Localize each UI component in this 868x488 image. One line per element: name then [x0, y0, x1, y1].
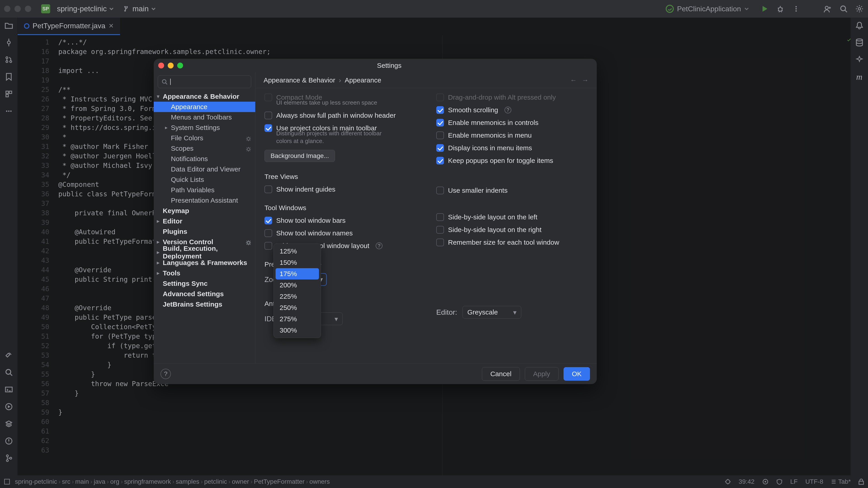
zoom-option[interactable]: 225% — [276, 291, 319, 302]
tool-window-names-checkbox[interactable]: Show tool window names — [265, 229, 416, 237]
gear-icon: ⛭ — [245, 135, 251, 141]
checkbox-label: Side-by-side layout on the right — [448, 226, 541, 234]
tool-window-bars-checkbox[interactable]: Show tool window bars — [265, 217, 416, 224]
checkbox-label: Keep popups open for toggle items — [448, 157, 553, 164]
smooth-scrolling-checkbox[interactable]: Smooth scrolling ? — [436, 106, 588, 114]
tree-item-label: Languages & Frameworks — [163, 259, 247, 267]
tree-item[interactable]: ▸Build, Execution, Deployment — [154, 247, 255, 258]
dialog-max-icon[interactable] — [177, 63, 183, 68]
settings-tree[interactable]: ▾Appearance & BehaviorAppearanceMenus an… — [154, 90, 255, 363]
remember-size-checkbox[interactable]: Remember size for each tool window — [436, 238, 588, 246]
chevron-right-icon: ▸ — [157, 270, 161, 276]
tree-item[interactable]: ▸Languages & Frameworks — [154, 258, 255, 268]
tree-item-label: Editor — [163, 217, 182, 225]
tree-item[interactable]: Data Editor and Viewer — [154, 164, 255, 174]
tree-item[interactable]: ▾Appearance & Behavior — [154, 91, 255, 102]
cancel-button[interactable]: Cancel — [482, 367, 520, 381]
dnd-checkbox[interactable]: Drag-and-drop with Alt pressed only — [436, 94, 588, 101]
apply-button[interactable]: Apply — [525, 367, 559, 381]
checkbox-label: Enable mnemonics in controls — [448, 119, 538, 127]
zoom-dropdown-popup: 125%150%175%200%225%250%275%300% — [274, 243, 321, 338]
tree-item[interactable]: Path Variables — [154, 185, 255, 195]
dialog-title: Settings — [186, 62, 592, 69]
editor-aa-label: Editor: — [436, 308, 457, 317]
settings-dialog: Settings ▾Appearance & BehaviorAppearanc… — [154, 59, 597, 384]
tree-item[interactable]: Advanced Settings — [154, 289, 255, 299]
zoom-option[interactable]: 200% — [276, 280, 319, 291]
zoom-option[interactable]: 300% — [276, 325, 319, 336]
breadcrumb-item[interactable]: Appearance & Behavior — [264, 76, 335, 84]
smaller-indents-checkbox[interactable]: Use smaller indents — [436, 187, 588, 194]
tree-item[interactable]: Presentation Assistant — [154, 195, 255, 205]
background-image-button[interactable]: Background Image... — [265, 150, 335, 162]
zoom-option[interactable]: 150% — [276, 257, 319, 268]
chevron-down-icon: ▾ — [513, 308, 517, 316]
dialog-close-icon[interactable] — [158, 63, 164, 68]
tree-item-label: Advanced Settings — [163, 290, 224, 298]
checkbox-label: Side-by-side layout on the left — [448, 213, 537, 221]
ok-button[interactable]: OK — [563, 367, 590, 381]
mnemonics-menu-checkbox[interactable]: Enable mnemonics in menu — [436, 131, 588, 139]
zoom-option[interactable]: 250% — [276, 302, 319, 313]
tree-item-label: Path Variables — [171, 186, 215, 194]
settings-search-input[interactable] — [158, 75, 251, 88]
checkbox-label: Show tool window bars — [276, 217, 346, 224]
tree-item[interactable]: Notifications — [154, 154, 255, 164]
dialog-min-icon[interactable] — [168, 63, 174, 68]
editor-aa-select[interactable]: Greyscale ▾ — [463, 306, 521, 319]
tree-item[interactable]: Quick Lists — [154, 174, 255, 185]
gear-icon: ⛭ — [245, 145, 251, 151]
tree-item[interactable]: ▸System Settings — [154, 123, 255, 133]
tree-item[interactable]: Appearance — [154, 102, 255, 112]
side-right-checkbox[interactable]: Side-by-side layout on the right — [436, 226, 588, 234]
tree-item[interactable]: Menus and Toolbars — [154, 112, 255, 123]
tree-item[interactable]: ▸Editor — [154, 216, 255, 226]
tree-item-label: JetBrains Settings — [163, 300, 222, 308]
select-value: Greyscale — [467, 308, 498, 316]
tree-item-label: Scopes — [171, 144, 193, 152]
tree-item[interactable]: Settings Sync — [154, 278, 255, 289]
tree-item[interactable]: ▸Tools — [154, 268, 255, 278]
full-path-checkbox[interactable]: Always show full path in window header — [265, 111, 416, 119]
help-icon[interactable]: ? — [376, 242, 382, 249]
settings-breadcrumb: Appearance & Behavior › Appearance ← → — [255, 72, 597, 88]
tree-item[interactable]: Keymap — [154, 205, 255, 216]
help-icon[interactable]: ? — [504, 107, 511, 113]
tree-item-label: Menus and Toolbars — [171, 113, 232, 121]
mnemonics-controls-checkbox[interactable]: Enable mnemonics in controls — [436, 119, 588, 127]
tree-item-label: Settings Sync — [163, 280, 208, 287]
nav-forward-button[interactable]: → — [582, 76, 589, 84]
popups-checkbox[interactable]: Keep popups open for toggle items — [436, 157, 588, 164]
help-button[interactable]: ? — [160, 369, 171, 379]
indent-guides-checkbox[interactable]: Show indent guides — [265, 186, 416, 193]
tree-item-label: Quick Lists — [171, 176, 204, 184]
icons-menu-checkbox[interactable]: Display icons in menu items — [436, 144, 588, 152]
tree-item[interactable]: Scopes⛭ — [154, 143, 255, 154]
zoom-option[interactable]: 275% — [276, 313, 319, 325]
tree-item-label: Keymap — [163, 207, 189, 215]
modal-backdrop: Settings ▾Appearance & BehaviorAppearanc… — [0, 0, 868, 488]
tree-item-label: Presentation Assistant — [171, 197, 238, 204]
section-tool-windows: Tool Windows — [265, 204, 416, 212]
nav-back-button[interactable]: ← — [570, 76, 577, 84]
compact-mode-checkbox[interactable]: Compact Mode — [265, 94, 416, 101]
settings-content: Appearance & Behavior › Appearance ← → C… — [255, 72, 597, 363]
checkbox-label: Show tool window names — [276, 229, 353, 237]
project-colors-hint: Distinguish projects with different tool… — [276, 130, 394, 145]
tree-item[interactable]: Plugins — [154, 226, 255, 237]
checkbox-label: Display icons in menu items — [448, 144, 532, 152]
chevron-right-icon: ▸ — [157, 239, 161, 245]
side-left-checkbox[interactable]: Side-by-side layout on the left — [436, 213, 588, 221]
dialog-footer: ? Cancel Apply OK — [154, 363, 597, 384]
chevron-right-icon: ▸ — [157, 260, 161, 266]
tree-item-label: System Settings — [171, 124, 220, 131]
tree-item-label: Notifications — [171, 155, 208, 163]
zoom-option[interactable]: 125% — [276, 246, 319, 257]
breadcrumb-item: Appearance — [345, 76, 381, 84]
tree-item[interactable]: JetBrains Settings — [154, 299, 255, 310]
tree-item-label: Data Editor and Viewer — [171, 165, 241, 173]
tree-item[interactable]: File Colors⛭ — [154, 133, 255, 143]
gear-icon: ⛭ — [245, 239, 251, 245]
zoom-option[interactable]: 175% — [276, 268, 319, 280]
checkbox-label: Use smaller indents — [448, 187, 507, 194]
